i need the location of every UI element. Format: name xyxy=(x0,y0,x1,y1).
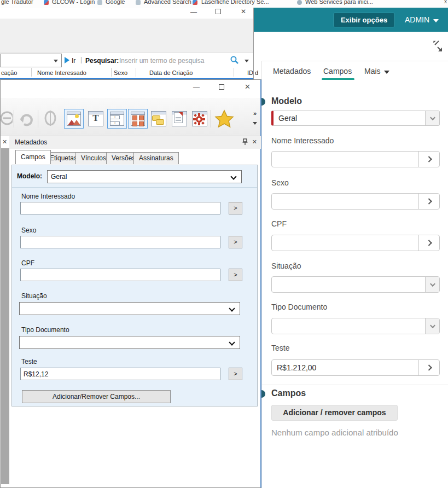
tab-mais[interactable]: Mais xyxy=(364,67,389,75)
close-icon[interactable]: ✕ xyxy=(2,138,7,146)
column-header[interactable]: Sexo xyxy=(114,69,127,76)
window-titlebar[interactable]: — ✕ xyxy=(1,80,260,98)
bookmark-item[interactable]: Google xyxy=(106,0,125,5)
pin-icon[interactable] xyxy=(242,138,248,146)
modelo-select-value: Geral xyxy=(278,114,297,123)
settings-gear-icon[interactable] xyxy=(190,109,210,129)
field-label: Teste xyxy=(271,344,289,352)
chevron-down-icon xyxy=(430,115,435,120)
column-header[interactable]: ID d xyxy=(247,69,258,76)
bookmark-item[interactable]: Laserfiche Directory Se... xyxy=(201,0,269,5)
field-label: Situação xyxy=(271,262,301,270)
image-view-icon[interactable] xyxy=(64,109,84,129)
modelo-select[interactable]: Geral xyxy=(271,111,440,126)
add-remove-fields-button[interactable]: Adicionar/Remover Campos... xyxy=(22,390,171,403)
field-text-input[interactable] xyxy=(20,269,220,281)
fit-page-icon[interactable] xyxy=(41,109,61,129)
column-header[interactable]: cação xyxy=(1,69,17,76)
column-divider[interactable] xyxy=(111,68,112,77)
field-select[interactable] xyxy=(19,302,240,315)
field-go-button[interactable]: > xyxy=(229,269,242,281)
tab-metadados[interactable]: Metadados xyxy=(273,67,311,75)
field-select[interactable] xyxy=(271,318,440,334)
remove-icon[interactable] xyxy=(0,109,14,129)
field-text-input[interactable] xyxy=(20,368,220,380)
field-input[interactable] xyxy=(271,151,440,167)
panel-top-divider xyxy=(261,61,448,61)
column-divider[interactable] xyxy=(234,68,234,77)
close-icon[interactable]: x xyxy=(444,0,447,4)
close-icon[interactable]: ✕ xyxy=(245,84,251,90)
modelo-select[interactable]: Geral xyxy=(47,170,242,183)
select-arrow-button[interactable] xyxy=(425,111,439,125)
maximize-icon[interactable] xyxy=(219,84,224,90)
field-text-input[interactable] xyxy=(272,235,418,251)
field-text-input[interactable] xyxy=(272,360,418,375)
bookmark-item[interactable]: gle Tradutor xyxy=(1,0,33,5)
field-go-button[interactable] xyxy=(418,152,439,167)
field-go-button[interactable] xyxy=(418,360,439,375)
panel-title: Metadados xyxy=(15,138,47,146)
column-divider[interactable] xyxy=(136,68,136,77)
tab-campos[interactable]: Campos xyxy=(15,150,51,164)
field-input[interactable] xyxy=(271,235,440,251)
minimize-icon[interactable]: — xyxy=(190,9,197,15)
toolbar-separator: | xyxy=(80,56,82,63)
field-text-input[interactable] xyxy=(20,236,220,248)
field-go-button[interactable] xyxy=(418,194,439,209)
bookmark-item[interactable]: GLCOW - Login xyxy=(52,0,95,5)
maximize-icon[interactable] xyxy=(216,9,221,14)
thumbnails-view-icon[interactable] xyxy=(128,109,148,129)
search-input[interactable] xyxy=(119,55,226,67)
chevron-down-icon xyxy=(229,339,235,345)
close-icon[interactable]: ✕ xyxy=(252,138,257,146)
admin-user-menu[interactable]: ADMIN xyxy=(405,15,439,24)
bookmark-item[interactable]: Web Services para inici... xyxy=(305,0,373,5)
field-select[interactable] xyxy=(271,276,440,293)
field-text-input[interactable] xyxy=(272,194,418,209)
field-go-button[interactable]: > xyxy=(229,202,242,214)
exibir-opcoes-button[interactable]: Exibir opções xyxy=(333,13,395,27)
close-icon[interactable]: ✕ xyxy=(241,8,246,15)
panel-left-divider xyxy=(261,61,262,488)
star-icon[interactable] xyxy=(214,109,234,129)
toolbar-separator xyxy=(211,110,211,127)
field-input[interactable] xyxy=(271,359,440,376)
column-header[interactable]: Data de Criação xyxy=(149,69,193,76)
bookmark-item[interactable]: Advanced Search xyxy=(144,0,191,5)
redo-icon[interactable] xyxy=(18,109,37,129)
window-titlebar[interactable]: — ✕ xyxy=(0,8,253,19)
minimize-icon[interactable]: — xyxy=(193,84,200,91)
add-remove-fields-button[interactable]: Adicionar / remover campos xyxy=(271,405,398,421)
search-icon[interactable] xyxy=(230,55,240,65)
metadata-panel-header: ✕ Metadados ✕ xyxy=(9,136,261,149)
field-text-input[interactable] xyxy=(20,202,220,214)
go-play-icon[interactable] xyxy=(65,57,69,63)
select-arrow-button[interactable] xyxy=(425,318,439,334)
column-divider[interactable] xyxy=(31,68,32,77)
field-select[interactable] xyxy=(19,336,240,349)
go-button[interactable]: Ir xyxy=(72,57,75,65)
field-text-input[interactable] xyxy=(272,152,418,167)
text-view-icon[interactable]: T xyxy=(86,109,106,129)
field-go-button[interactable]: > xyxy=(229,368,242,380)
chevron-right-icon xyxy=(426,198,432,204)
field-input[interactable] xyxy=(271,193,440,210)
bookmark-favicon xyxy=(193,0,197,5)
tab-campos[interactable]: Campos xyxy=(323,67,352,75)
column-header[interactable]: Nome Interessado xyxy=(37,69,86,76)
scope-combobox[interactable] xyxy=(0,54,62,67)
field-go-button[interactable] xyxy=(418,235,439,251)
select-arrow-button[interactable] xyxy=(425,277,439,292)
expand-fullscreen-icon[interactable] xyxy=(432,39,445,54)
tab-assinaturas[interactable]: Assinaturas xyxy=(133,152,179,164)
document-icon[interactable] xyxy=(170,109,189,129)
fields-view-icon[interactable]: II xyxy=(107,109,127,129)
bookmark-favicon xyxy=(136,0,141,5)
annotations-icon[interactable] xyxy=(149,109,168,129)
field-label: Sexo xyxy=(271,178,289,187)
chevron-down-icon xyxy=(253,122,257,125)
search-options-chevron-icon[interactable] xyxy=(245,60,249,62)
field-go-button[interactable]: > xyxy=(229,236,242,248)
toolbar-overflow-button[interactable]: » xyxy=(253,110,257,126)
